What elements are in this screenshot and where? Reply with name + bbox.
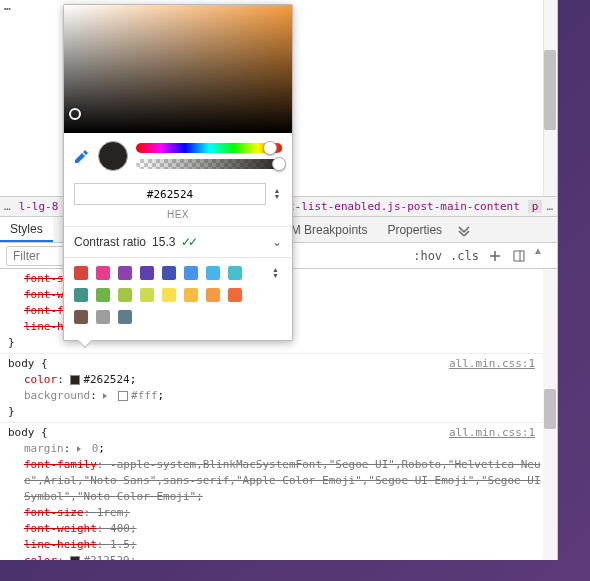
palette-swatch[interactable]	[96, 288, 110, 302]
contrast-pass-icon: ✓✓	[181, 235, 195, 249]
eyedropper-icon[interactable]	[74, 148, 90, 164]
color-swatch[interactable]	[70, 556, 80, 560]
breadcrumb-more-left[interactable]: …	[4, 200, 11, 213]
palette-swatch[interactable]	[162, 266, 176, 280]
css-declaration[interactable]: font-family: -apple-system,BlinkMacSyste…	[8, 457, 549, 505]
alpha-handle[interactable]	[272, 157, 286, 171]
tabs-overflow-icon[interactable]	[452, 217, 476, 242]
palette-swatch[interactable]	[162, 288, 176, 302]
palette-switcher[interactable]: ▲▼	[272, 267, 282, 279]
css-declaration[interactable]: line-height: 1.5;	[8, 537, 549, 553]
color-palette: ▲▼	[64, 257, 292, 340]
cls-toggle[interactable]: .cls	[450, 249, 479, 263]
scrollbar-thumb[interactable]	[544, 50, 556, 130]
palette-swatch[interactable]	[206, 288, 220, 302]
palette-swatch[interactable]	[118, 310, 132, 324]
color-picker: ▲▼ HEX Contrast ratio 15.3 ✓✓ ⌄ ▲▼	[63, 4, 293, 341]
breadcrumb-item[interactable]: l-lg-8	[15, 200, 63, 213]
css-declaration[interactable]: margin: 0;	[8, 441, 549, 457]
contrast-ratio-row[interactable]: Contrast ratio 15.3 ✓✓ ⌄	[64, 226, 292, 257]
breadcrumb-item[interactable]: smart-list-enabled.js-post-main-content	[257, 200, 523, 213]
contrast-label: Contrast ratio	[74, 235, 146, 249]
css-declaration[interactable]: color: #262524;	[8, 372, 549, 388]
contrast-value: 15.3	[152, 235, 175, 249]
alpha-slider[interactable]	[136, 159, 282, 169]
toggle-sidebar-icon[interactable]	[511, 248, 527, 264]
hex-input[interactable]	[74, 183, 266, 205]
elements-scrollbar[interactable]	[543, 0, 557, 196]
toolbar-scroll-up[interactable]: ▲	[533, 245, 543, 256]
dom-more-icon: …	[4, 0, 11, 13]
css-rule: all.min.css:1 body { color: #262524; bac…	[0, 354, 557, 423]
scrollbar-thumb[interactable]	[544, 389, 556, 429]
palette-swatch[interactable]	[140, 288, 154, 302]
format-switcher[interactable]: ▲▼	[272, 188, 282, 200]
hex-label: HEX	[64, 209, 292, 226]
svg-rect-0	[514, 251, 524, 261]
devtools-window: … <P></P> == $0 <p> code search tools.</…	[0, 0, 558, 560]
color-swatch[interactable]	[70, 375, 80, 385]
css-declaration[interactable]: background: #fff;	[8, 388, 549, 404]
current-color-preview	[98, 141, 128, 171]
css-declaration[interactable]: font-weight: 400;	[8, 521, 549, 537]
palette-swatch[interactable]	[118, 266, 132, 280]
css-rule: all.min.css:1 body { margin: 0; font-fam…	[0, 423, 557, 560]
breadcrumb-item-selected[interactable]: p	[528, 200, 543, 213]
palette-swatch[interactable]	[96, 266, 110, 280]
new-rule-icon[interactable]	[487, 248, 503, 264]
palette-swatch[interactable]	[74, 310, 88, 324]
tab-styles[interactable]: Styles	[0, 217, 53, 242]
css-brace: }	[8, 404, 549, 420]
saturation-value-field[interactable]	[64, 5, 292, 133]
chevron-down-icon[interactable]: ⌄	[272, 235, 282, 249]
palette-swatch[interactable]	[118, 288, 132, 302]
palette-swatch[interactable]	[96, 310, 110, 324]
tab-properties[interactable]: Properties	[377, 217, 452, 242]
hov-toggle[interactable]: :hov	[413, 249, 442, 263]
palette-swatch[interactable]	[228, 288, 242, 302]
palette-swatch[interactable]	[228, 266, 242, 280]
expand-icon[interactable]	[77, 446, 81, 452]
hue-slider[interactable]	[136, 143, 282, 153]
css-source-link[interactable]: all.min.css:1	[449, 356, 535, 372]
expand-icon[interactable]	[103, 393, 107, 399]
sv-handle[interactable]	[69, 108, 81, 120]
css-source-link[interactable]: all.min.css:1	[449, 425, 535, 441]
palette-swatch[interactable]	[206, 266, 220, 280]
color-swatch[interactable]	[118, 391, 128, 401]
palette-swatch[interactable]	[74, 288, 88, 302]
palette-swatch[interactable]	[184, 266, 198, 280]
css-declaration[interactable]: font-size: 1rem;	[8, 505, 549, 521]
hue-handle[interactable]	[263, 141, 277, 155]
palette-swatch[interactable]	[140, 266, 154, 280]
styles-scrollbar[interactable]	[543, 269, 557, 560]
palette-swatch[interactable]	[184, 288, 198, 302]
css-declaration[interactable]: color: #212529;	[8, 553, 549, 560]
breadcrumb-more-right[interactable]: …	[546, 200, 553, 213]
palette-swatch[interactable]	[74, 266, 88, 280]
